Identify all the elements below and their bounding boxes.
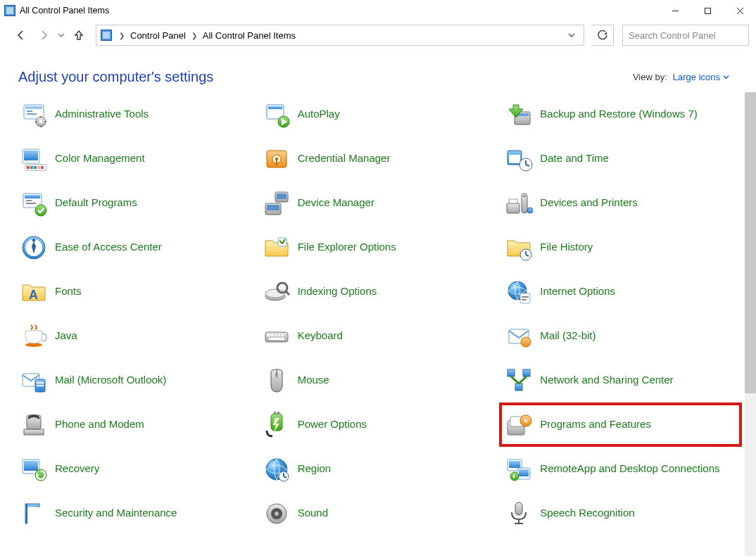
cp-item-label: Credential Manager (298, 152, 391, 165)
cp-item-autoplay[interactable]: AutoPlay (257, 92, 500, 137)
minimize-button[interactable] (659, 0, 691, 21)
sound-icon (261, 498, 292, 529)
default-programs-icon (18, 188, 49, 219)
cp-item-devices-and-printers[interactable]: Devices and Printers (499, 181, 742, 225)
cp-item-programs-and-features[interactable]: Programs and Features (499, 402, 742, 447)
vertical-scrollbar[interactable] (745, 92, 756, 556)
device-manager-icon (261, 188, 292, 219)
cp-item-indexing-options[interactable]: Indexing Options (257, 270, 500, 314)
cp-item-label: Power Options (298, 418, 367, 431)
control-panel-icon (4, 5, 15, 16)
chevron-right-icon[interactable]: ❯ (189, 25, 200, 45)
cp-item-label: RemoteApp and Desktop Connections (540, 462, 719, 476)
cp-item-label: File History (540, 241, 593, 254)
cp-item-label: Color Management (55, 152, 145, 165)
mail-32-icon (503, 321, 534, 352)
cp-item-network-and-sharing-center[interactable]: Network and Sharing Center (499, 358, 742, 402)
cp-item-label: Region (298, 462, 332, 476)
cp-item-backup-and-restore-windows-7[interactable]: Backup and Restore (Windows 7) (499, 92, 742, 137)
cp-item-label: Ease of Access Center (55, 241, 162, 254)
viewby-dropdown[interactable]: Large icons (673, 72, 729, 82)
cp-item-label: Administrative Tools (55, 108, 149, 121)
cp-item-device-manager[interactable]: Device Manager (257, 181, 500, 225)
cp-item-fonts[interactable]: Fonts (14, 270, 257, 314)
cp-item-label: Security and Maintenance (55, 507, 177, 520)
credential-icon (261, 144, 292, 175)
cp-item-phone-and-modem[interactable]: Phone and Modem (14, 402, 257, 447)
cp-item-mail-microsoft-outlook[interactable]: Mail (Microsoft Outlook) (14, 358, 257, 402)
cp-item-label: Keyboard (298, 329, 343, 343)
cp-item-speech-recognition[interactable]: Speech Recognition (499, 491, 742, 535)
cp-item-label: Java (55, 329, 77, 343)
page-title: Adjust your computer's settings (18, 69, 213, 85)
cp-item-internet-options[interactable]: Internet Options (499, 270, 742, 314)
cp-item-region[interactable]: Region (257, 447, 500, 491)
forward-button[interactable] (34, 25, 53, 45)
cp-item-default-programs[interactable]: Default Programs (14, 181, 257, 225)
file-history-icon (503, 232, 534, 263)
cp-item-label: Network and Sharing Center (540, 374, 673, 387)
keyboard-icon (261, 321, 292, 352)
cp-item-credential-manager[interactable]: Credential Manager (257, 137, 500, 181)
breadcrumb-root[interactable]: Control Panel (127, 25, 189, 45)
refresh-button[interactable] (591, 25, 614, 46)
window-title: All Control Panel Items (20, 6, 109, 15)
cp-item-administrative-tools[interactable]: Administrative Tools (14, 92, 257, 137)
scrollbar-thumb[interactable] (745, 92, 756, 393)
chevron-down-icon (723, 74, 729, 80)
programs-features-icon (503, 410, 534, 440)
cp-item-label: AutoPlay (298, 108, 340, 121)
viewby-label: View by: (633, 72, 667, 82)
cp-item-label: Backup and Restore (Windows 7) (540, 108, 697, 121)
search-box[interactable] (622, 25, 749, 46)
admin-tools-icon (18, 99, 49, 130)
cp-item-label: Fonts (55, 285, 82, 298)
address-dropdown[interactable] (564, 25, 579, 45)
items-grid: Administrative ToolsAutoPlayBackup and R… (0, 92, 756, 543)
autoplay-icon (261, 99, 292, 130)
address-bar[interactable]: ❯ Control Panel ❯ All Control Panel Item… (96, 25, 584, 46)
java-icon (18, 321, 49, 352)
cp-item-label: Devices and Printers (540, 196, 637, 210)
cp-item-ease-of-access-center[interactable]: Ease of Access Center (14, 225, 257, 270)
breadcrumb-current[interactable]: All Control Panel Items (200, 25, 298, 45)
cp-item-power-options[interactable]: Power Options (257, 402, 500, 447)
indexing-icon (261, 277, 292, 307)
cp-item-recovery[interactable]: Recovery (14, 447, 257, 491)
cp-item-mouse[interactable]: Mouse (257, 358, 500, 402)
remoteapp-icon (503, 454, 534, 485)
cp-item-label: File Explorer Options (298, 241, 396, 254)
cp-item-remoteapp-and-desktop-connections[interactable]: RemoteApp and Desktop Connections (499, 447, 742, 491)
cp-item-keyboard[interactable]: Keyboard (257, 314, 500, 358)
phone-modem-icon (18, 410, 49, 440)
up-button[interactable] (69, 25, 89, 45)
cp-item-date-and-time[interactable]: Date and Time (499, 137, 742, 181)
recovery-icon (18, 454, 49, 485)
titlebar: All Control Panel Items (0, 0, 756, 21)
file-explorer-opt-icon (261, 232, 292, 263)
cp-item-label: Mouse (298, 374, 329, 387)
mouse-icon (261, 365, 292, 396)
region-icon (261, 454, 292, 485)
mail-outlook-icon (18, 365, 49, 396)
cp-item-security-and-maintenance[interactable]: Security and Maintenance (14, 491, 257, 535)
cp-item-sound[interactable]: Sound (257, 491, 500, 535)
date-time-icon (503, 144, 534, 175)
cp-item-file-history[interactable]: File History (499, 225, 742, 270)
maximize-button[interactable] (691, 0, 724, 21)
backup-restore-icon (503, 99, 534, 130)
cp-item-java[interactable]: Java (14, 314, 257, 358)
cp-item-label: Date and Time (540, 152, 609, 165)
chevron-right-icon[interactable]: ❯ (116, 25, 127, 45)
back-button[interactable] (11, 25, 31, 45)
cp-item-label: Speech Recognition (540, 507, 634, 520)
close-button[interactable] (724, 0, 756, 21)
cp-item-color-management[interactable]: Color Management (14, 137, 257, 181)
search-input[interactable] (629, 30, 747, 41)
network-sharing-icon (503, 365, 534, 396)
cp-item-file-explorer-options[interactable]: File Explorer Options (257, 225, 500, 270)
nav-bar: ❯ Control Panel ❯ All Control Panel Item… (0, 21, 756, 49)
history-dropdown[interactable] (56, 25, 66, 45)
cp-item-label: Mail (Microsoft Outlook) (55, 374, 166, 387)
cp-item-mail-32-bit[interactable]: Mail (32-bit) (499, 314, 742, 358)
